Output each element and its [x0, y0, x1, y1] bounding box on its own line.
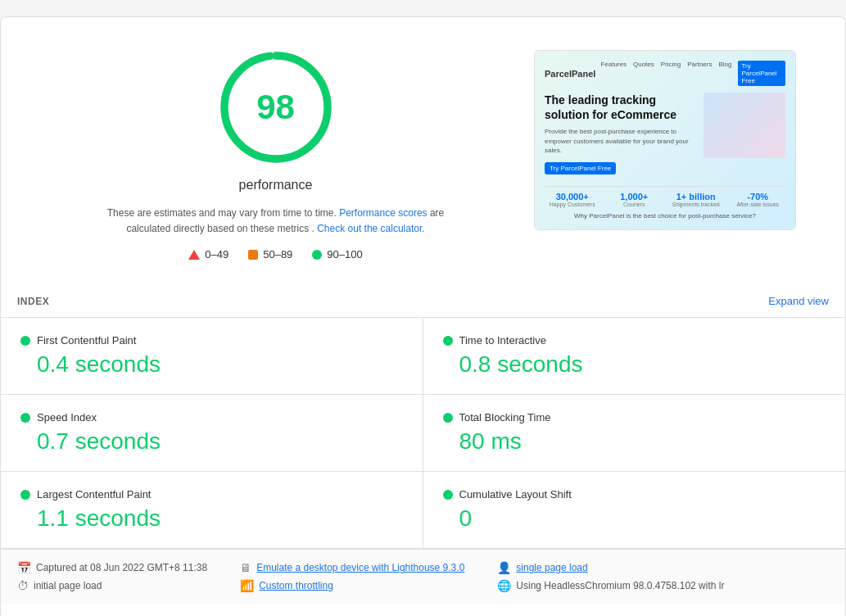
metric-dot-si [20, 413, 30, 423]
stat-value-4: -70% [731, 192, 786, 202]
footer-section-middle: 🖥 Emulate a desktop device with Lighthou… [240, 561, 464, 592]
metric-value-tti: 0.8 seconds [443, 351, 826, 378]
footer-section-left: 📅 Captured at 08 Jun 2022 GMT+8 11:38 ⏱ … [17, 561, 207, 592]
green-dot-icon [312, 250, 322, 260]
nav-blog: Blog [718, 61, 731, 86]
metric-cell-tbt: Total Blocking Time 80 ms [423, 395, 846, 472]
stat-label-4: After-sale issues [731, 202, 786, 207]
legend-range-red: 0–49 [205, 248, 228, 260]
expand-view-link[interactable]: Expand view [768, 295, 829, 307]
stat-value-1: 30,000+ [545, 192, 600, 202]
metric-name-row-tti: Time to Interactive [443, 334, 826, 346]
preview-stat-3: 1+ billion Shipments tracked [668, 192, 724, 207]
estimate-text: These are estimates and may vary from ti… [104, 206, 448, 237]
legend: 0–49 50–89 90–100 [188, 248, 362, 260]
wifi-icon: 📶 [240, 579, 254, 592]
metric-value-tbt: 80 ms [443, 428, 826, 455]
metric-name-row-tbt: Total Blocking Time [443, 411, 826, 424]
stat-value-2: 1,000+ [607, 192, 663, 202]
preview-nav: Features Quotes Pricing Partners Blog Tr… [600, 61, 785, 86]
score-panel: 98 performance These are estimates and m… [50, 50, 501, 260]
stat-label-3: Shipments tracked [668, 202, 724, 207]
preview-logo: ParcelPanel [545, 69, 595, 79]
footer-emulate: 🖥 Emulate a desktop device with Lighthou… [240, 561, 464, 574]
metric-cell-si: Speed Index 0.7 seconds [1, 395, 423, 472]
red-triangle-icon [188, 250, 200, 260]
preview-hero-image [703, 93, 785, 158]
monitor-icon: 🖥 [240, 561, 251, 574]
page-load-link[interactable]: single page load [516, 562, 587, 573]
calculator-link[interactable]: Check out the calculator [317, 223, 422, 234]
legend-item-green: 90–100 [312, 248, 362, 260]
preview-hero: The leading tracking solution for eComme… [545, 93, 785, 179]
nav-features: Features [600, 61, 627, 86]
footer-browser: 🌐 Using HeadlessChromium 98.0.4758.102 w… [497, 579, 724, 592]
orange-square-icon [248, 250, 258, 260]
metric-name-row-lcp: Largest Contentful Paint [20, 488, 403, 500]
metric-value-fcp: 0.4 seconds [20, 351, 403, 378]
footer-captured: 📅 Captured at 08 Jun 2022 GMT+8 11:38 [17, 561, 207, 574]
main-container: 98 performance These are estimates and m… [0, 16, 846, 616]
metric-name-row-cls: Cumulative Layout Shift [443, 488, 826, 500]
legend-range-orange: 50–89 [263, 248, 292, 260]
legend-item-orange: 50–89 [248, 248, 292, 260]
metric-dot-cls [443, 490, 453, 500]
metric-name-si: Speed Index [37, 411, 97, 424]
metric-cell-cls: Cumulative Layout Shift 0 [423, 472, 846, 549]
metric-cell-tti: Time to Interactive 0.8 seconds [423, 318, 846, 395]
estimate-part3: . [422, 223, 424, 234]
metric-name-lcp: Largest Contentful Paint [37, 488, 151, 500]
footer-section-right: 👤 single page load 🌐 Using HeadlessChrom… [497, 561, 724, 592]
stat-value-3: 1+ billion [668, 192, 724, 202]
clock-icon: ⏱ [17, 579, 29, 592]
stat-label-2: Couriers [607, 202, 663, 207]
gauge-score: 98 [256, 88, 295, 127]
footer-initial-load: ⏱ initial page load [17, 579, 207, 592]
emulate-link[interactable]: Emulate a desktop device with Lighthouse… [256, 562, 464, 573]
preview-cta-btn[interactable]: Try ParcelPanel Free [545, 162, 616, 174]
preview-hero-desc: Provide the best post-purchase experienc… [545, 127, 697, 155]
person-icon: 👤 [497, 561, 511, 574]
estimate-part1: These are estimates and may vary from ti… [107, 207, 337, 219]
nav-partners: Partners [687, 61, 712, 86]
gauge-container: 98 [219, 50, 333, 165]
metric-dot-tbt [443, 413, 453, 423]
index-label: INDEX [17, 296, 49, 307]
preview-hero-text: The leading tracking solution for eComme… [545, 93, 697, 179]
metric-name-row-si: Speed Index [20, 411, 403, 424]
performance-label: performance [239, 178, 313, 192]
metric-name-tti: Time to Interactive [459, 334, 546, 346]
preview-hero-title: The leading tracking solution for eComme… [545, 93, 697, 122]
nav-quotes: Quotes [633, 61, 654, 86]
throttling-link[interactable]: Custom throttling [259, 580, 333, 591]
preview-stat-4: -70% After-sale issues [731, 192, 786, 207]
metric-dot-lcp [20, 490, 30, 500]
preview-content: ParcelPanel Features Quotes Pricing Part… [535, 51, 795, 229]
legend-item-red: 0–49 [188, 248, 228, 260]
preview-stat-2: 1,000+ Couriers [607, 192, 663, 207]
legend-range-green: 90–100 [327, 248, 362, 260]
metric-name-cls: Cumulative Layout Shift [459, 488, 572, 500]
metrics-grid: First Contentful Paint 0.4 seconds Time … [1, 317, 845, 549]
metric-value-si: 0.7 seconds [20, 428, 403, 455]
metric-name-tbt: Total Blocking Time [459, 411, 551, 424]
globe-icon: 🌐 [497, 579, 511, 592]
preview-try-btn: Try ParcelPanel Free [738, 61, 785, 86]
preview-header: ParcelPanel Features Quotes Pricing Part… [545, 61, 785, 86]
metric-dot-fcp [20, 336, 30, 346]
footer-bar: 📅 Captured at 08 Jun 2022 GMT+8 11:38 ⏱ … [1, 549, 845, 604]
preview-stat-1: 30,000+ Happy Customers [545, 192, 600, 207]
index-header: INDEX Expand view [1, 285, 845, 317]
metric-cell-fcp: First Contentful Paint 0.4 seconds [1, 318, 423, 395]
performance-scores-link[interactable]: Performance scores [339, 207, 427, 219]
metric-value-cls: 0 [443, 505, 826, 532]
preview-stats: 30,000+ Happy Customers 1,000+ Couriers … [545, 186, 785, 207]
calendar-icon: 📅 [17, 561, 31, 574]
top-section: 98 performance These are estimates and m… [1, 17, 845, 285]
metric-cell-lcp: Largest Contentful Paint 1.1 seconds [1, 472, 423, 549]
metric-value-lcp: 1.1 seconds [20, 505, 403, 532]
browser-text: Using HeadlessChromium 98.0.4758.102 wit… [516, 580, 724, 591]
initial-load-text: initial page load [34, 580, 102, 591]
captured-text: Captured at 08 Jun 2022 GMT+8 11:38 [36, 562, 207, 573]
footer-throttling: 📶 Custom throttling [240, 579, 464, 592]
